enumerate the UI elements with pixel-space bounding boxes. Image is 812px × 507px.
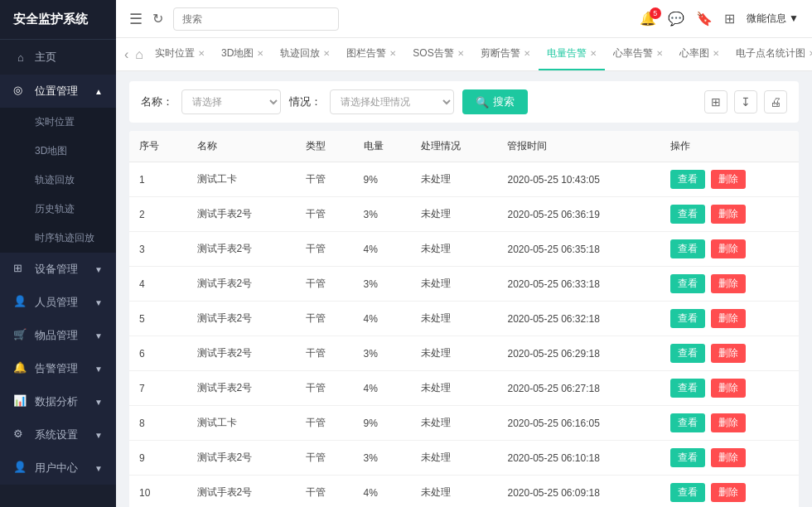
tab-heart-label: 心率告警 bbox=[613, 46, 653, 60]
sidebar-item-map3d[interactable]: 3D地图 bbox=[0, 137, 116, 166]
delete-button[interactable]: 删除 bbox=[711, 344, 746, 363]
filter-name-select[interactable]: 请选择 bbox=[181, 89, 281, 114]
sidebar-section-person: 👤 人员管理 ▼ bbox=[0, 286, 116, 319]
export-btn[interactable]: ↧ bbox=[734, 90, 757, 113]
tab-realtime-close[interactable]: ✕ bbox=[198, 49, 205, 58]
tab-fence-close[interactable]: ✕ bbox=[389, 49, 396, 58]
tab-battery-close[interactable]: ✕ bbox=[590, 49, 597, 58]
delete-button[interactable]: 删除 bbox=[711, 413, 746, 432]
notification-icon[interactable]: 🔔 5 bbox=[640, 11, 656, 27]
view-button[interactable]: 查看 bbox=[670, 274, 705, 293]
cell-no: 5 bbox=[129, 302, 187, 336]
table-row: 7 测试手表2号 干管 4% 未处理 2020-05-25 06:27:18 查… bbox=[129, 371, 799, 406]
filter-name-label: 名称： bbox=[141, 94, 173, 109]
sidebar-item-settings[interactable]: ⚙ 系统设置 ▼ bbox=[0, 418, 116, 451]
chevron-down-icon: ▼ bbox=[94, 265, 103, 274]
tab-heart-close[interactable]: ✕ bbox=[656, 49, 663, 58]
sidebar-item-home[interactable]: ⌂ 主页 bbox=[0, 40, 116, 75]
delete-button[interactable]: 删除 bbox=[711, 483, 746, 502]
tab-fence[interactable]: 图栏告警 ✕ bbox=[338, 39, 404, 70]
chevron-down-icon2: ▼ bbox=[94, 298, 103, 307]
cell-no: 8 bbox=[129, 406, 187, 441]
view-button[interactable]: 查看 bbox=[670, 483, 705, 502]
tab-map3d[interactable]: 3D地图 ✕ bbox=[213, 39, 272, 70]
table-view-btn[interactable]: ⊞ bbox=[704, 90, 727, 113]
sidebar-item-user[interactable]: 👤 用户中心 ▼ bbox=[0, 451, 116, 485]
search-button[interactable]: 🔍 搜索 bbox=[462, 89, 528, 114]
view-button[interactable]: 查看 bbox=[670, 205, 705, 224]
view-button[interactable]: 查看 bbox=[670, 344, 705, 363]
tab-heartmap-close[interactable]: ✕ bbox=[713, 49, 719, 58]
delete-button[interactable]: 删除 bbox=[711, 170, 746, 189]
tab-home-btn[interactable]: ⌂ bbox=[132, 47, 147, 62]
tab-heartmap[interactable]: 心率图 ✕ bbox=[671, 39, 727, 70]
tab-map3d-close[interactable]: ✕ bbox=[257, 49, 263, 58]
sidebar-item-realtime[interactable]: 实时位置 bbox=[0, 108, 116, 137]
user-menu[interactable]: 微能信息 ▼ bbox=[747, 12, 799, 26]
tab-battery[interactable]: 电量告警 ✕ bbox=[539, 39, 605, 70]
sidebar-item-location[interactable]: ◎ 位置管理 ▲ bbox=[0, 75, 116, 108]
col-time: 管报时间 bbox=[497, 131, 660, 162]
sidebar-item-person[interactable]: 👤 人员管理 ▼ bbox=[0, 286, 116, 319]
tab-track-close[interactable]: ✕ bbox=[323, 49, 330, 58]
print-btn[interactable]: 🖨 bbox=[764, 90, 787, 113]
tab-sos-close[interactable]: ✕ bbox=[457, 49, 464, 58]
tab-left-btn[interactable]: ‹ bbox=[121, 47, 132, 62]
delete-button[interactable]: 删除 bbox=[711, 448, 746, 467]
tab-track[interactable]: 轨迹回放 ✕ bbox=[272, 39, 338, 70]
sidebar-item-time-track[interactable]: 时序轨迹回放 bbox=[0, 224, 116, 253]
view-button[interactable]: 查看 bbox=[670, 379, 705, 398]
tab-sos[interactable]: SOS告警 ✕ bbox=[404, 39, 471, 70]
tab-heart[interactable]: 心率告警 ✕ bbox=[605, 39, 671, 70]
settings-icon: ⚙ bbox=[13, 427, 28, 442]
cell-name: 测试手表2号 bbox=[187, 232, 296, 267]
tab-elec-stat[interactable]: 电子点名统计图 ✕ bbox=[727, 39, 812, 70]
tab-map3d-label: 3D地图 bbox=[221, 46, 254, 60]
sidebar-device-label: 设备管理 bbox=[35, 262, 78, 277]
cell-type: 干管 bbox=[296, 162, 354, 197]
view-button[interactable]: 查看 bbox=[670, 239, 705, 258]
sidebar-item-device[interactable]: ⊞ 设备管理 ▼ bbox=[0, 253, 116, 286]
delete-button[interactable]: 删除 bbox=[711, 205, 746, 224]
delete-button[interactable]: 删除 bbox=[711, 309, 746, 328]
chevron-down-icon6: ▼ bbox=[94, 431, 103, 440]
filter-status-select[interactable]: 请选择处理情况 bbox=[330, 89, 454, 114]
cell-status: 未处理 bbox=[411, 302, 497, 336]
main-area: ☰ ↻ 🔔 5 💬 🔖 ⊞ 微能信息 ▼ ‹ ⌂ 实时位置 ✕ 3D地图 ✕ 轨… bbox=[116, 0, 812, 507]
sidebar-settings-label: 系统设置 bbox=[35, 427, 78, 442]
cell-status: 未处理 bbox=[411, 162, 497, 197]
sidebar-item-history[interactable]: 历史轨迹 bbox=[0, 195, 116, 224]
tab-cut[interactable]: 剪断告警 ✕ bbox=[472, 39, 539, 70]
cell-name: 测试工卡 bbox=[187, 406, 296, 441]
sidebar-item-track[interactable]: 轨迹回放 bbox=[0, 166, 116, 195]
col-action: 操作 bbox=[660, 131, 799, 162]
tab-sos-label: SOS告警 bbox=[413, 46, 453, 60]
cell-time: 2020-05-25 06:33:18 bbox=[497, 267, 660, 302]
delete-button[interactable]: 删除 bbox=[711, 239, 746, 258]
message-icon[interactable]: 💬 bbox=[668, 11, 684, 27]
grid-icon[interactable]: ⊞ bbox=[724, 11, 735, 27]
chevron-down-icon4: ▼ bbox=[94, 365, 103, 374]
refresh-icon[interactable]: ↻ bbox=[152, 11, 163, 27]
view-button[interactable]: 查看 bbox=[670, 448, 705, 467]
view-button[interactable]: 查看 bbox=[670, 413, 705, 432]
cell-type: 干管 bbox=[296, 197, 354, 232]
tab-elec-stat-close[interactable]: ✕ bbox=[809, 49, 812, 58]
sidebar-item-analysis[interactable]: 📊 数据分析 ▼ bbox=[0, 385, 116, 418]
tab-realtime[interactable]: 实时位置 ✕ bbox=[147, 39, 213, 70]
sidebar-item-goods[interactable]: 🛒 物品管理 ▼ bbox=[0, 319, 116, 352]
cell-battery: 4% bbox=[354, 302, 412, 336]
sidebar-section-settings: ⚙ 系统设置 ▼ bbox=[0, 418, 116, 451]
menu-icon[interactable]: ☰ bbox=[129, 10, 143, 28]
view-button[interactable]: 查看 bbox=[670, 309, 705, 328]
view-button[interactable]: 查看 bbox=[670, 170, 705, 189]
search-input[interactable] bbox=[173, 7, 339, 31]
bookmark-icon[interactable]: 🔖 bbox=[696, 11, 713, 27]
tab-cut-close[interactable]: ✕ bbox=[524, 49, 530, 58]
col-type: 类型 bbox=[296, 131, 354, 162]
sidebar-item-alarm[interactable]: 🔔 告警管理 ▼ bbox=[0, 352, 116, 385]
cell-battery: 9% bbox=[354, 406, 412, 441]
delete-button[interactable]: 删除 bbox=[711, 274, 746, 293]
cell-action: 查看 删除 bbox=[660, 371, 799, 406]
delete-button[interactable]: 删除 bbox=[711, 379, 746, 398]
